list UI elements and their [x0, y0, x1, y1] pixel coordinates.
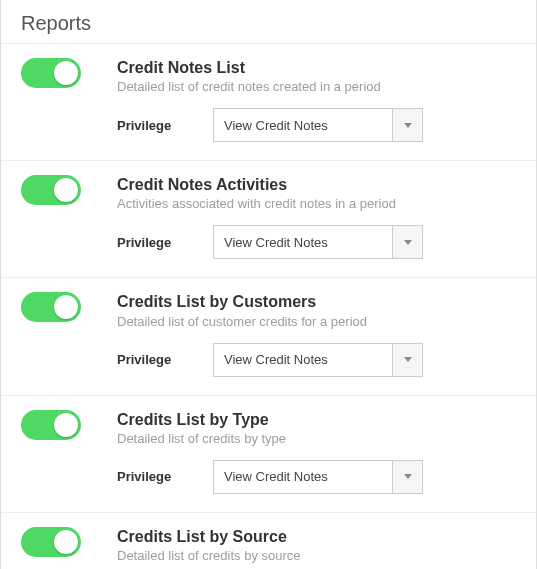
report-title: Credit Notes Activities [117, 175, 516, 194]
toggle-switch[interactable] [21, 527, 81, 557]
report-body: Credits List by Type Detailed list of cr… [117, 410, 516, 494]
privilege-dropdown[interactable]: View Credit Notes [213, 343, 423, 377]
report-body: Credits List by Customers Detailed list … [117, 292, 516, 376]
report-description: Detailed list of credits by type [117, 431, 516, 446]
dropdown-value: View Credit Notes [214, 226, 392, 258]
toggle-switch[interactable] [21, 58, 81, 88]
report-body: Credit Notes List Detailed list of credi… [117, 58, 516, 142]
dropdown-value: View Credit Notes [214, 344, 392, 376]
privilege-label: Privilege [117, 469, 213, 484]
privilege-label: Privilege [117, 118, 213, 133]
report-body: Credit Notes Activities Activities assoc… [117, 175, 516, 259]
privilege-label: Privilege [117, 352, 213, 367]
privilege-row: Privilege View Credit Notes [117, 108, 516, 142]
dropdown-value: View Credit Notes [214, 461, 392, 493]
report-description: Detailed list of credits by source [117, 548, 516, 563]
chevron-down-icon [392, 226, 422, 258]
report-description: Activities associated with credit notes … [117, 196, 516, 211]
report-body: Credits List by Source Detailed list of … [117, 527, 516, 569]
report-item: Credits List by Source Detailed list of … [1, 512, 536, 569]
report-title: Credits List by Customers [117, 292, 516, 311]
privilege-dropdown[interactable]: View Credit Notes [213, 108, 423, 142]
toggle-knob [54, 530, 78, 554]
report-description: Detailed list of credit notes created in… [117, 79, 516, 94]
privilege-label: Privilege [117, 235, 213, 250]
chevron-down-icon [392, 109, 422, 141]
report-item: Credits List by Type Detailed list of cr… [1, 395, 536, 512]
privilege-row: Privilege View Credit Notes [117, 343, 516, 377]
report-description: Detailed list of customer credits for a … [117, 314, 516, 329]
privilege-dropdown[interactable]: View Credit Notes [213, 460, 423, 494]
toggle-knob [54, 178, 78, 202]
section-title: Reports [1, 8, 536, 43]
privilege-dropdown[interactable]: View Credit Notes [213, 225, 423, 259]
privilege-row: Privilege View Credit Notes [117, 460, 516, 494]
reports-panel: Reports Credit Notes List Detailed list … [0, 0, 537, 569]
report-title: Credit Notes List [117, 58, 516, 77]
chevron-down-icon [392, 344, 422, 376]
report-item: Credit Notes List Detailed list of credi… [1, 43, 536, 160]
chevron-down-icon [392, 461, 422, 493]
toggle-switch[interactable] [21, 410, 81, 440]
report-title: Credits List by Source [117, 527, 516, 546]
report-item: Credits List by Customers Detailed list … [1, 277, 536, 394]
report-title: Credits List by Type [117, 410, 516, 429]
toggle-switch[interactable] [21, 175, 81, 205]
toggle-knob [54, 61, 78, 85]
toggle-knob [54, 413, 78, 437]
report-item: Credit Notes Activities Activities assoc… [1, 160, 536, 277]
privilege-row: Privilege View Credit Notes [117, 225, 516, 259]
dropdown-value: View Credit Notes [214, 109, 392, 141]
toggle-knob [54, 295, 78, 319]
toggle-switch[interactable] [21, 292, 81, 322]
